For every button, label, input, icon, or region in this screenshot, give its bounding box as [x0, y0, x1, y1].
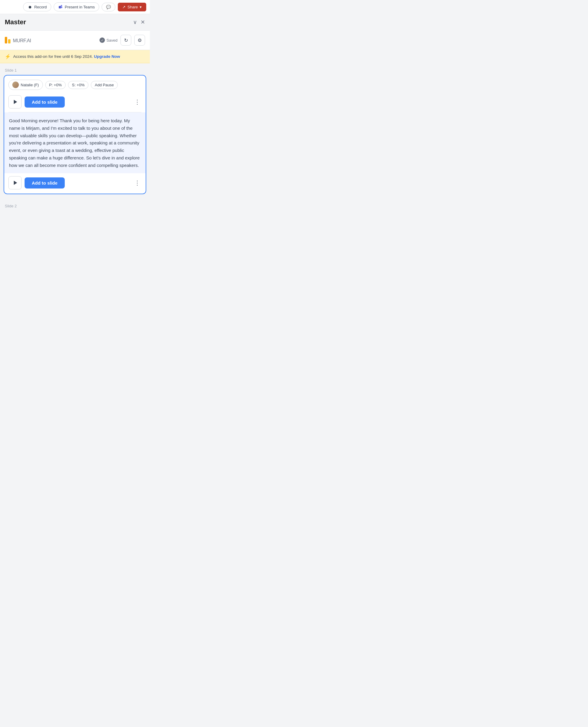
slide1-actions-left-bottom: Add to slide	[8, 176, 65, 189]
voice-avatar	[12, 82, 19, 88]
panel-header: Master ∨ ✕	[0, 14, 150, 30]
speed-control[interactable]: S: +0%	[68, 81, 88, 89]
pitch-control[interactable]: P: +0%	[45, 81, 66, 89]
comment-icon: 💬	[106, 5, 111, 9]
top-toolbar: ⏺ Record Present in Teams 💬 ↗ Share ▾	[0, 0, 150, 14]
record-icon: ⏺	[27, 4, 33, 9]
close-icon: ✕	[141, 19, 145, 25]
add-to-slide-button-top[interactable]: Add to slide	[25, 97, 65, 108]
panel-title: Master	[5, 18, 26, 26]
slide1-actions-top: Add to slide ⋮	[4, 93, 146, 112]
slide1-label: Slide 1	[0, 63, 150, 75]
voice-selector[interactable]: Natalie (F)	[8, 80, 43, 90]
panel-controls: ∨ ✕	[133, 19, 145, 25]
upgrade-now-link[interactable]: Upgrade Now	[94, 54, 120, 59]
slide1-controls-row: Natalie (F) P: +0% S: +0% Add Pause	[4, 76, 146, 93]
share-button[interactable]: ↗ Share ▾	[118, 3, 146, 12]
slide1-actions-bottom: Add to slide ⋮	[4, 173, 146, 194]
panel-body: MURF.AI ✓ Saved ↻ ⚙ ⚡ Access this add-on…	[0, 30, 150, 211]
add-pause-button[interactable]: Add Pause	[91, 81, 118, 89]
more-vertical-icon-bottom: ⋮	[134, 179, 140, 186]
play-icon	[14, 100, 17, 104]
slide1-text-area: Good Morning everyone! Thank you for bei…	[4, 112, 146, 173]
chevron-down-icon: ∨	[133, 19, 137, 25]
panel-close-button[interactable]: ✕	[141, 19, 145, 25]
murf-bar-tall	[5, 37, 7, 43]
refresh-icon: ↻	[124, 38, 128, 43]
teams-icon	[58, 4, 63, 9]
settings-button[interactable]: ⚙	[134, 35, 145, 46]
more-options-button-top[interactable]: ⋮	[133, 97, 142, 107]
svg-rect-2	[61, 6, 62, 8]
murf-bar-short	[8, 39, 10, 43]
share-icon: ↗	[122, 5, 126, 9]
saved-check-icon: ✓	[100, 38, 105, 43]
bolt-icon: ⚡	[5, 54, 11, 59]
play-icon-bottom	[14, 181, 17, 185]
saved-badge: ✓ Saved	[100, 38, 118, 43]
add-to-slide-button-bottom[interactable]: Add to slide	[25, 177, 65, 189]
promo-banner: ⚡ Access this add-on for free until 6 Se…	[0, 50, 150, 63]
murf-logo: MURF.AI	[5, 37, 31, 44]
slide1-actions-left: Add to slide	[8, 95, 65, 108]
slide1-text-content: Good Morning everyone! Thank you for bei…	[9, 117, 141, 169]
refresh-button[interactable]: ↻	[121, 35, 131, 46]
voice-avatar-image	[12, 82, 19, 88]
murf-logo-bars	[5, 37, 10, 43]
banner-text: Access this add-on for free until 6 Sep …	[13, 54, 120, 59]
murf-logo-text: MURF.AI	[13, 37, 31, 44]
slide2-label: Slide 2	[0, 199, 150, 211]
murf-header: MURF.AI ✓ Saved ↻ ⚙	[0, 30, 150, 50]
share-chevron-icon: ▾	[140, 5, 142, 9]
slide1-card: Natalie (F) P: +0% S: +0% Add Pause Add …	[4, 75, 146, 194]
record-button[interactable]: ⏺ Record	[23, 2, 51, 12]
murf-header-right: ✓ Saved ↻ ⚙	[100, 35, 145, 46]
more-options-button-bottom[interactable]: ⋮	[133, 178, 142, 188]
svg-point-1	[61, 5, 62, 6]
comment-button[interactable]: 💬	[102, 3, 115, 12]
panel-chevron-button[interactable]: ∨	[133, 19, 137, 25]
play-button-top[interactable]	[8, 95, 22, 108]
more-vertical-icon: ⋮	[134, 98, 140, 106]
play-button-bottom[interactable]	[8, 176, 22, 189]
gear-icon: ⚙	[138, 38, 142, 43]
present-teams-button[interactable]: Present in Teams	[54, 2, 99, 12]
